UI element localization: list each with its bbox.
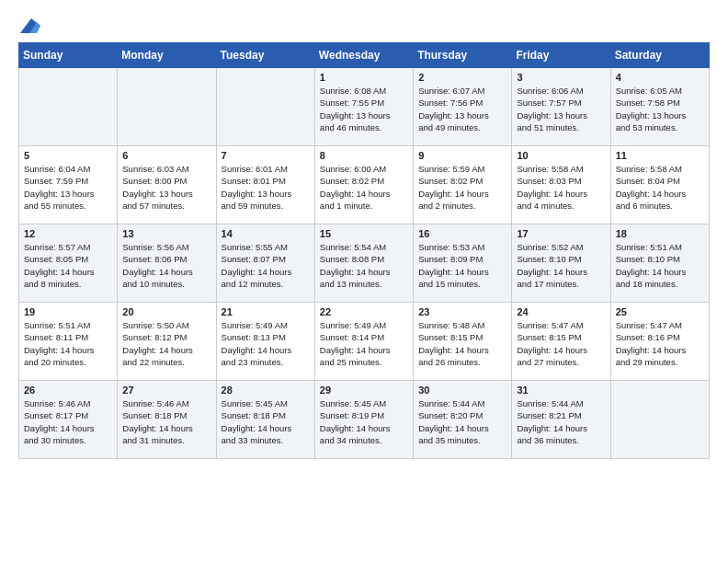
day-info: Sunrise: 5:49 AM Sunset: 8:14 PM Dayligh… <box>320 319 408 368</box>
calendar-cell: 11Sunrise: 5:58 AM Sunset: 8:04 PM Dayli… <box>610 146 709 224</box>
calendar-cell <box>19 68 118 146</box>
day-info: Sunrise: 5:44 AM Sunset: 8:20 PM Dayligh… <box>418 397 506 446</box>
day-number: 22 <box>320 306 408 317</box>
day-info: Sunrise: 5:56 AM Sunset: 8:06 PM Dayligh… <box>122 241 210 290</box>
day-number: 6 <box>122 150 210 161</box>
day-info: Sunrise: 6:00 AM Sunset: 8:02 PM Dayligh… <box>320 163 408 212</box>
calendar-cell: 25Sunrise: 5:47 AM Sunset: 8:16 PM Dayli… <box>610 303 709 381</box>
day-info: Sunrise: 5:47 AM Sunset: 8:15 PM Dayligh… <box>517 319 605 368</box>
day-number: 2 <box>418 72 506 83</box>
calendar-cell: 27Sunrise: 5:46 AM Sunset: 8:18 PM Dayli… <box>118 381 216 459</box>
calendar-cell: 8Sunrise: 6:00 AM Sunset: 8:02 PM Daylig… <box>314 146 413 224</box>
day-info: Sunrise: 5:52 AM Sunset: 8:10 PM Dayligh… <box>517 241 605 290</box>
calendar-cell <box>216 68 314 146</box>
day-info: Sunrise: 5:55 AM Sunset: 8:07 PM Dayligh… <box>222 241 310 290</box>
day-number: 23 <box>418 306 506 317</box>
day-info: Sunrise: 5:54 AM Sunset: 8:08 PM Dayligh… <box>320 241 408 290</box>
day-number: 26 <box>24 385 112 396</box>
day-info: Sunrise: 6:08 AM Sunset: 7:55 PM Dayligh… <box>320 85 408 133</box>
calendar-cell: 24Sunrise: 5:47 AM Sunset: 8:15 PM Dayli… <box>512 303 610 381</box>
calendar-cell: 16Sunrise: 5:53 AM Sunset: 8:09 PM Dayli… <box>414 224 512 303</box>
day-number: 18 <box>616 228 704 239</box>
calendar-cell: 26Sunrise: 5:46 AM Sunset: 8:17 PM Dayli… <box>19 381 118 459</box>
header-cell-monday: Monday <box>118 43 216 68</box>
calendar-week-row: 1Sunrise: 6:08 AM Sunset: 7:55 PM Daylig… <box>19 68 710 146</box>
calendar-cell: 17Sunrise: 5:52 AM Sunset: 8:10 PM Dayli… <box>512 224 610 303</box>
day-info: Sunrise: 5:53 AM Sunset: 8:09 PM Dayligh… <box>418 241 506 290</box>
calendar-cell: 1Sunrise: 6:08 AM Sunset: 7:55 PM Daylig… <box>314 68 413 146</box>
day-number: 19 <box>24 306 112 317</box>
calendar-week-row: 5Sunrise: 6:04 AM Sunset: 7:59 PM Daylig… <box>19 146 710 224</box>
calendar-cell: 4Sunrise: 6:05 AM Sunset: 7:58 PM Daylig… <box>610 68 709 146</box>
day-number: 17 <box>517 228 605 239</box>
day-number: 8 <box>320 150 408 161</box>
calendar-cell: 13Sunrise: 5:56 AM Sunset: 8:06 PM Dayli… <box>118 224 216 303</box>
day-number: 4 <box>616 72 704 83</box>
day-number: 24 <box>517 306 605 317</box>
day-info: Sunrise: 6:01 AM Sunset: 8:01 PM Dayligh… <box>222 163 310 212</box>
calendar-cell: 14Sunrise: 5:55 AM Sunset: 8:07 PM Dayli… <box>216 224 314 303</box>
calendar-week-row: 19Sunrise: 5:51 AM Sunset: 8:11 PM Dayli… <box>19 303 710 381</box>
day-info: Sunrise: 5:51 AM Sunset: 8:10 PM Dayligh… <box>616 241 704 290</box>
day-number: 13 <box>122 228 210 239</box>
calendar-cell: 2Sunrise: 6:07 AM Sunset: 7:56 PM Daylig… <box>414 68 512 146</box>
header-cell-friday: Friday <box>512 43 610 68</box>
day-number: 27 <box>122 385 210 396</box>
calendar-cell: 22Sunrise: 5:49 AM Sunset: 8:14 PM Dayli… <box>314 303 413 381</box>
calendar-week-row: 12Sunrise: 5:57 AM Sunset: 8:05 PM Dayli… <box>19 224 710 303</box>
day-info: Sunrise: 5:46 AM Sunset: 8:17 PM Dayligh… <box>24 397 112 446</box>
day-number: 30 <box>418 385 506 396</box>
day-number: 20 <box>122 306 210 317</box>
calendar-header-row: SundayMondayTuesdayWednesdayThursdayFrid… <box>19 43 710 68</box>
calendar-cell: 12Sunrise: 5:57 AM Sunset: 8:05 PM Dayli… <box>19 224 118 303</box>
calendar-cell: 29Sunrise: 5:45 AM Sunset: 8:19 PM Dayli… <box>314 381 413 459</box>
day-info: Sunrise: 5:51 AM Sunset: 8:11 PM Dayligh… <box>24 319 112 368</box>
calendar-cell: 28Sunrise: 5:45 AM Sunset: 8:18 PM Dayli… <box>216 381 314 459</box>
day-info: Sunrise: 5:44 AM Sunset: 8:21 PM Dayligh… <box>517 397 605 446</box>
day-info: Sunrise: 6:07 AM Sunset: 7:56 PM Dayligh… <box>418 85 506 133</box>
day-info: Sunrise: 5:48 AM Sunset: 8:15 PM Dayligh… <box>418 319 506 368</box>
day-info: Sunrise: 6:06 AM Sunset: 7:57 PM Dayligh… <box>517 85 605 133</box>
day-info: Sunrise: 5:47 AM Sunset: 8:16 PM Dayligh… <box>616 319 704 368</box>
calendar-cell: 30Sunrise: 5:44 AM Sunset: 8:20 PM Dayli… <box>414 381 512 459</box>
header-cell-tuesday: Tuesday <box>216 43 314 68</box>
calendar-cell <box>118 68 216 146</box>
day-info: Sunrise: 5:46 AM Sunset: 8:18 PM Dayligh… <box>122 397 210 446</box>
day-number: 16 <box>418 228 506 239</box>
calendar-cell: 7Sunrise: 6:01 AM Sunset: 8:01 PM Daylig… <box>216 146 314 224</box>
calendar-cell: 21Sunrise: 5:49 AM Sunset: 8:13 PM Dayli… <box>216 303 314 381</box>
calendar-cell: 18Sunrise: 5:51 AM Sunset: 8:10 PM Dayli… <box>610 224 709 303</box>
calendar-cell: 9Sunrise: 5:59 AM Sunset: 8:02 PM Daylig… <box>414 146 512 224</box>
calendar-cell: 3Sunrise: 6:06 AM Sunset: 7:57 PM Daylig… <box>512 68 610 146</box>
day-number: 5 <box>24 150 112 161</box>
day-info: Sunrise: 5:45 AM Sunset: 8:19 PM Dayligh… <box>320 397 408 446</box>
day-info: Sunrise: 6:03 AM Sunset: 8:00 PM Dayligh… <box>122 163 210 212</box>
header-cell-thursday: Thursday <box>414 43 512 68</box>
day-number: 14 <box>222 228 310 239</box>
calendar-cell: 10Sunrise: 5:58 AM Sunset: 8:03 PM Dayli… <box>512 146 610 224</box>
day-number: 28 <box>222 385 310 396</box>
day-number: 11 <box>616 150 704 161</box>
day-number: 7 <box>222 150 310 161</box>
page-header <box>18 18 710 33</box>
day-info: Sunrise: 5:58 AM Sunset: 8:03 PM Dayligh… <box>517 163 605 212</box>
day-number: 3 <box>517 72 605 83</box>
calendar-cell <box>610 381 709 459</box>
header-cell-sunday: Sunday <box>19 43 118 68</box>
calendar-cell: 23Sunrise: 5:48 AM Sunset: 8:15 PM Dayli… <box>414 303 512 381</box>
day-number: 9 <box>418 150 506 161</box>
day-number: 15 <box>320 228 408 239</box>
calendar-week-row: 26Sunrise: 5:46 AM Sunset: 8:17 PM Dayli… <box>19 381 710 459</box>
day-number: 29 <box>320 385 408 396</box>
header-cell-saturday: Saturday <box>610 43 709 68</box>
calendar-cell: 19Sunrise: 5:51 AM Sunset: 8:11 PM Dayli… <box>19 303 118 381</box>
calendar-cell: 6Sunrise: 6:03 AM Sunset: 8:00 PM Daylig… <box>118 146 216 224</box>
logo <box>18 18 40 33</box>
logo-icon <box>20 18 40 33</box>
day-info: Sunrise: 6:04 AM Sunset: 7:59 PM Dayligh… <box>24 163 112 212</box>
day-number: 25 <box>616 306 704 317</box>
day-info: Sunrise: 5:59 AM Sunset: 8:02 PM Dayligh… <box>418 163 506 212</box>
day-number: 31 <box>517 385 605 396</box>
day-info: Sunrise: 5:45 AM Sunset: 8:18 PM Dayligh… <box>222 397 310 446</box>
day-info: Sunrise: 5:50 AM Sunset: 8:12 PM Dayligh… <box>122 319 210 368</box>
